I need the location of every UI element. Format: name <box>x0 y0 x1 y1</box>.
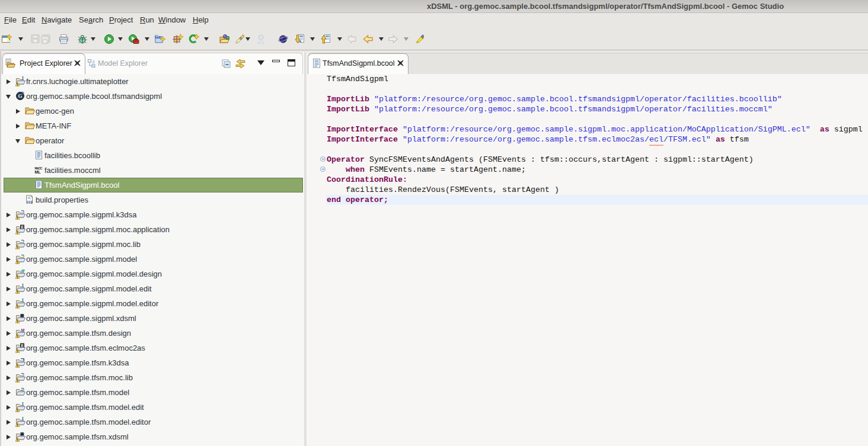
svg-text:010: 010 <box>27 200 33 204</box>
svg-text:G: G <box>18 93 23 99</box>
svg-text:ML: ML <box>35 170 42 174</box>
svg-text:J: J <box>21 76 24 81</box>
svg-text:J: J <box>21 284 24 288</box>
svg-text:J: J <box>21 402 24 407</box>
svg-text:J: J <box>21 299 24 303</box>
svg-text:M: M <box>21 328 25 332</box>
svg-text:E: E <box>21 225 24 229</box>
svg-text:E: E <box>21 344 24 348</box>
svg-text:J: J <box>21 417 24 422</box>
